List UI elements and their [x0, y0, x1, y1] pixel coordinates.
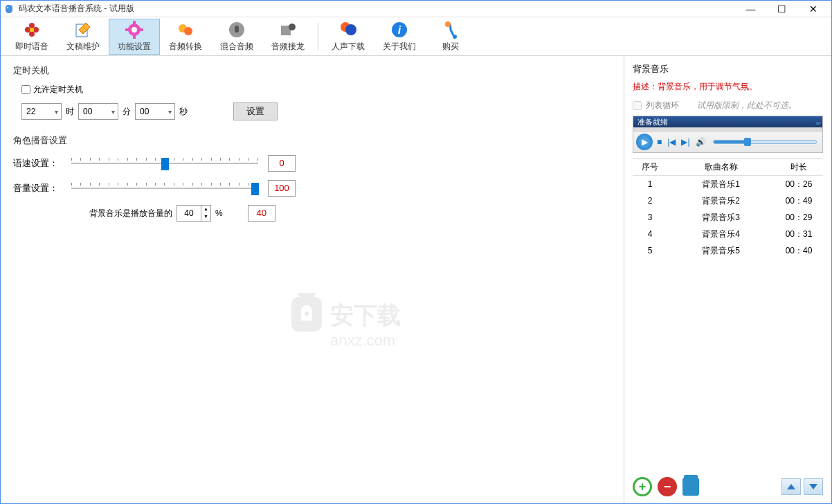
bgm-panel: 背景音乐 描述：背景音乐，用于调节气氛。 列表循环 试用版限制，此处不可选。 准… [624, 56, 831, 503]
shutdown-group-title: 定时关机 [13, 64, 611, 77]
percent-unit: % [215, 208, 223, 218]
song-row[interactable]: 1背景音乐100：26 [633, 176, 823, 192]
maximize-button[interactable]: ☐ [766, 1, 797, 17]
svg-point-1 [29, 23, 35, 28]
svg-point-0 [7, 7, 8, 8]
svg-point-20 [345, 24, 356, 35]
player-volume-slider[interactable] [713, 140, 817, 144]
add-button[interactable]: + [633, 477, 652, 496]
close-button[interactable]: ✕ [797, 1, 829, 17]
speed-value: 0 [268, 155, 296, 172]
svg-point-23 [445, 21, 451, 27]
info-icon: i [390, 20, 409, 39]
chain-icon [278, 20, 298, 39]
song-row[interactable]: 4背景音乐400：31 [633, 226, 823, 242]
remove-button[interactable]: − [658, 477, 677, 496]
hour-unit: 时 [66, 106, 74, 118]
window-title: 码农文本语音播音系统 - 试用版 [19, 3, 735, 15]
set-button[interactable]: 设置 [233, 102, 278, 120]
col-duration: 时长 [775, 161, 823, 173]
minute-unit: 分 [123, 106, 131, 118]
svg-text:anxz.com: anxz.com [330, 332, 395, 349]
toolbar-download[interactable]: 人声下载 [323, 19, 374, 55]
svg-rect-9 [133, 21, 136, 24]
svg-point-14 [184, 27, 192, 35]
svg-text:安下载: 安下载 [330, 302, 401, 328]
toolbar-cart[interactable]: 购买 [425, 19, 476, 55]
second-combo[interactable]: 00 [135, 103, 175, 120]
cart-icon [441, 20, 460, 39]
toolbar-flower[interactable]: 即时语音 [6, 19, 57, 55]
song-table: 序号 歌曲名称 时长 1背景音乐100：262背景音乐200：493背景音乐30… [633, 159, 823, 473]
prev-button[interactable]: |◀ [666, 137, 677, 147]
allow-shutdown-label: 允许定时关机 [33, 84, 83, 96]
titlebar: 码农文本语音播音系统 - 试用版 — ☐ ✕ [1, 1, 831, 17]
bgm-desc: 描述：背景音乐，用于调节气氛。 [633, 81, 823, 93]
allow-shutdown-checkbox[interactable] [21, 85, 30, 94]
svg-point-26 [305, 312, 309, 316]
toolbar-gear[interactable]: 功能设置 [109, 19, 160, 55]
toolbar-edit[interactable]: 文稿维护 [57, 19, 109, 55]
svg-point-24 [453, 35, 457, 39]
loop-checkbox [633, 101, 642, 110]
move-up-button[interactable] [781, 478, 801, 495]
convert-icon [176, 20, 195, 39]
svg-rect-12 [140, 28, 143, 31]
toolbar-info[interactable]: i关于我们 [374, 19, 425, 55]
col-name: 歌曲名称 [667, 161, 775, 173]
edit-icon [73, 20, 93, 39]
bg-volume-label: 背景音乐是播放音量的 [89, 208, 172, 219]
loop-hint: 试用版限制，此处不可选。 [697, 100, 797, 111]
flower-icon [22, 20, 42, 39]
volume-icon[interactable]: 🔊 [694, 137, 707, 147]
loop-label: 列表循环 [646, 100, 679, 111]
speed-label: 语速设置： [13, 157, 62, 170]
svg-point-18 [289, 24, 296, 30]
volume-slider[interactable] [71, 180, 258, 197]
svg-point-8 [132, 27, 137, 33]
song-row[interactable]: 3背景音乐300：29 [633, 209, 823, 226]
svg-rect-25 [291, 297, 322, 332]
svg-point-5 [30, 28, 34, 32]
watermark: 安下载 anxz.com [291, 291, 458, 356]
stop-button[interactable]: ■ [655, 137, 663, 147]
toolbar: 即时语音文稿维护功能设置音频转换混合音频音频接龙人声下载i关于我们购买 [1, 17, 831, 56]
minute-combo[interactable]: 00 [78, 103, 118, 120]
download-icon [338, 20, 358, 39]
toolbar-mic[interactable]: 混合音频 [211, 19, 262, 55]
bg-volume-out: 40 [248, 205, 275, 222]
gear-icon [125, 20, 144, 39]
svg-point-2 [25, 27, 30, 33]
mic-icon [227, 20, 246, 39]
bg-percent-spinner[interactable]: 40 ▲▼ [177, 205, 211, 222]
toolbar-convert[interactable]: 音频转换 [160, 19, 211, 55]
second-unit: 秒 [179, 106, 188, 118]
svg-point-3 [33, 27, 39, 33]
player-status: 准备就绪»» [633, 116, 822, 127]
song-row[interactable]: 5背景音乐500：40 [633, 242, 823, 259]
volume-label: 音量设置： [13, 182, 62, 195]
toolbar-chain[interactable]: 音频接龙 [262, 19, 314, 55]
minimize-button[interactable]: — [735, 1, 766, 17]
hour-combo[interactable]: 22 [21, 103, 62, 120]
next-button[interactable]: ▶| [680, 137, 691, 147]
trash-button[interactable] [682, 478, 699, 496]
voice-group-title: 角色播音设置 [13, 134, 611, 147]
svg-text:i: i [398, 24, 401, 36]
volume-value: 100 [268, 180, 296, 197]
speed-slider[interactable] [71, 155, 258, 172]
svg-rect-10 [133, 35, 136, 39]
song-row[interactable]: 2背景音乐200：49 [633, 192, 823, 209]
col-index: 序号 [633, 161, 667, 173]
bgm-title: 背景音乐 [633, 63, 823, 75]
svg-point-4 [29, 31, 35, 37]
svg-rect-16 [235, 26, 239, 33]
play-button[interactable]: ▶ [636, 134, 653, 150]
svg-rect-11 [125, 28, 129, 31]
audio-player: 准备就绪»» ▶ ■ |◀ ▶| 🔊 [633, 116, 823, 153]
settings-panel: 定时关机 允许定时关机 22 时 00 分 00 秒 设置 角色播音设置 [1, 56, 624, 503]
app-icon [3, 3, 15, 15]
move-down-button[interactable] [804, 478, 823, 495]
